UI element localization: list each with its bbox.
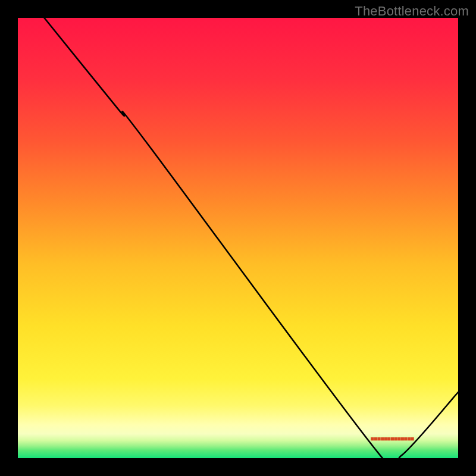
bottleneck-curve (44, 18, 458, 458)
curve-layer (18, 18, 458, 458)
credit-label: TheBottleneck.com (355, 4, 469, 19)
chart-stage: TheBottleneck.com ■■■■■■■■■■■■■ (0, 0, 476, 476)
minimum-marker: ■■■■■■■■■■■■■ (371, 436, 414, 443)
plot-area: ■■■■■■■■■■■■■ (18, 18, 458, 458)
